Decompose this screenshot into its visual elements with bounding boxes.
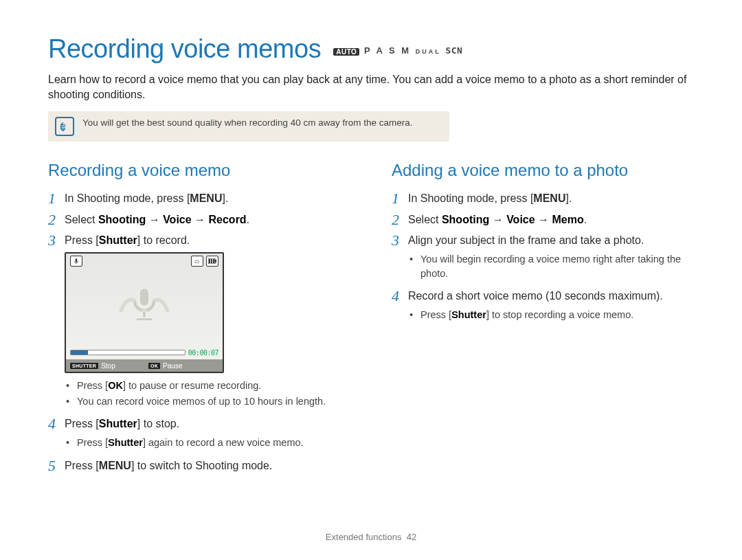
tip-icon xyxy=(55,117,74,136)
svg-rect-2 xyxy=(209,259,210,263)
menu-button-label: MENU xyxy=(190,192,222,204)
shutter-chip: SHUTTER xyxy=(70,363,98,369)
right-step-3: 3 Align your subject in the frame and ta… xyxy=(392,232,694,248)
left-column: Recording a voice memo 1 In Shooting mod… xyxy=(48,161,350,478)
battery-icon xyxy=(206,256,218,267)
ok-chip: OK xyxy=(148,363,160,369)
svg-rect-6 xyxy=(139,289,149,306)
page-title: Recording voice memos AUTO P A S M DUAL … xyxy=(48,34,694,64)
tip-callout: You will get the best sound quality when… xyxy=(48,111,449,142)
svg-rect-3 xyxy=(211,259,212,263)
left-heading: Recording a voice memo xyxy=(48,161,350,180)
left-step-3: 3 Press [Shutter] to record. xyxy=(48,232,350,248)
svg-rect-4 xyxy=(213,259,214,263)
mode-scn-icon: SCN xyxy=(445,45,462,56)
left-step-4: 4 Press [Shutter] to stop. xyxy=(48,415,350,432)
left-step-4-notes: Press [Shutter] again to record a new vo… xyxy=(56,436,350,449)
mic-status-icon xyxy=(70,256,82,267)
svg-rect-0 xyxy=(76,259,78,262)
left-step-3-notes: Press [OK] to pause or resume recording.… xyxy=(56,379,350,408)
camera-lcd-illustration: ▭ xyxy=(65,252,224,373)
mode-dual-icon: DUAL xyxy=(416,48,441,55)
right-step-2: 2 Select Shooting → Voice → Memo. xyxy=(392,211,694,227)
microphone-icon xyxy=(115,281,174,333)
svg-rect-7 xyxy=(142,311,146,318)
right-step-4-notes: Press [Shutter] to stop recording a voic… xyxy=(400,308,694,322)
right-step-1: 1 In Shooting mode, press [MENU]. xyxy=(392,190,694,206)
mode-indicators: AUTO P A S M DUAL SCN xyxy=(333,45,462,56)
right-column: Adding a voice memo to a photo 1 In Shoo… xyxy=(392,161,694,478)
right-step-3-notes: You will begin recording a voice memo ri… xyxy=(400,252,694,280)
left-step-2: 2 Select Shooting → Voice → Record. xyxy=(48,211,350,227)
left-step-1: 1 In Shooting mode, press [MENU]. xyxy=(48,190,350,206)
mode-auto-icon: AUTO xyxy=(333,48,359,56)
svg-rect-5 xyxy=(215,260,216,262)
manual-page: Recording voice memos AUTO P A S M DUAL … xyxy=(0,0,742,560)
right-heading: Adding a voice memo to a photo xyxy=(392,161,694,180)
progress-bar xyxy=(70,350,186,355)
left-step-5: 5 Press [MENU] to switch to Shooting mod… xyxy=(48,457,350,473)
right-step-4: 4 Record a short voice memo (10 seconds … xyxy=(392,287,694,304)
card-icon: ▭ xyxy=(191,256,203,267)
elapsed-time: 00:00:07 xyxy=(188,349,218,357)
page-footer: Extended functions 42 xyxy=(0,532,742,542)
svg-rect-8 xyxy=(136,318,153,321)
intro-paragraph: Learn how to record a voice memo that yo… xyxy=(48,72,694,102)
tip-text: You will get the best sound quality when… xyxy=(82,117,413,129)
